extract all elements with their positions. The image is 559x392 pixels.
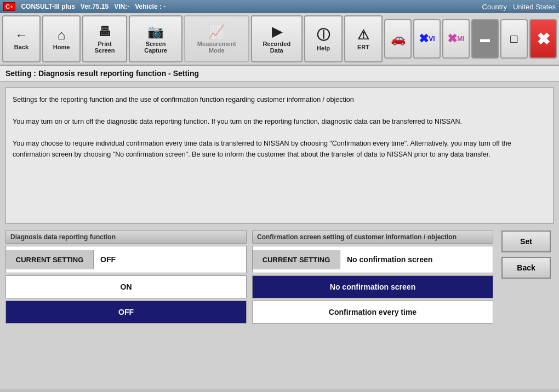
set-button[interactable]: Set <box>501 230 551 252</box>
home-icon: ⌂ <box>58 27 66 43</box>
info-line3: You may choose to require individual con… <box>13 138 546 160</box>
close-button[interactable]: ✖ <box>529 19 557 59</box>
left-settings-panel: Diagnosis data reporting function CURREN… <box>5 230 247 324</box>
left-current-label: CURRENT SETTING <box>6 250 94 269</box>
car-button[interactable]: 🚗 <box>384 19 412 59</box>
restore-icon: □ <box>510 32 517 46</box>
back-button[interactable]: ← Back <box>2 15 41 62</box>
country-display: Country : United States <box>482 3 556 11</box>
left-current-value: OFF <box>94 250 246 269</box>
measurement-mode-button[interactable]: 📈 Measurement Mode <box>184 15 249 62</box>
right-options: No confirmation screen Confirmation ever… <box>252 275 493 324</box>
help-button[interactable]: ⓘ Help <box>304 15 343 62</box>
close-icon: ✖ <box>537 30 550 49</box>
print-icon: 🖶 <box>98 24 111 39</box>
left-current-setting-row: CURRENT SETTING OFF <box>5 246 247 273</box>
confirmation-every-time-button[interactable]: Confirmation every time <box>252 301 493 324</box>
settings-area: Diagnosis data reporting function CURREN… <box>5 230 554 324</box>
settings-panels: Diagnosis data reporting function CURREN… <box>5 230 493 324</box>
minimize-icon: ▬ <box>480 33 490 45</box>
info-box: Settings for the reporting function and … <box>5 87 554 224</box>
app-logo: C+ <box>3 2 15 11</box>
off-button[interactable]: OFF <box>5 301 247 324</box>
recorded-data-button[interactable]: ▶ Recorded Data <box>251 15 303 62</box>
right-current-label: CURRENT SETTING <box>253 250 340 269</box>
info-line1: Settings for the reporting function and … <box>13 94 546 105</box>
right-panel-label: Confirmation screen setting of customer … <box>252 230 493 244</box>
screen-capture-button[interactable]: 📷 Screen Capture <box>129 15 182 62</box>
bottom-back-button[interactable]: Back <box>501 257 551 279</box>
help-icon: ⓘ <box>317 26 330 44</box>
recorded-data-icon: ▶ <box>272 24 282 39</box>
home-button[interactable]: ⌂ Home <box>42 15 81 62</box>
left-options: ON OFF <box>5 275 247 324</box>
ert-button[interactable]: ⚠ ERT <box>344 15 383 62</box>
app-name: CONSULT-III plus <box>21 3 75 10</box>
page-title: Setting : Diagnosis result reporting fun… <box>0 66 559 82</box>
warning-icon: ⚠ <box>357 27 369 43</box>
x-mi-icon: ✖ <box>447 32 457 46</box>
camera-icon: 📷 <box>147 24 164 39</box>
no-confirmation-button[interactable]: No confirmation screen <box>252 275 493 298</box>
car-icon: 🚗 <box>391 32 406 46</box>
on-button[interactable]: ON <box>5 275 247 298</box>
mi-button[interactable]: ✖ MI <box>442 19 470 59</box>
main-content: Settings for the reporting function and … <box>0 82 559 389</box>
left-panel-label: Diagnosis data reporting function <box>5 230 247 244</box>
app-version: Ver.75.15 <box>81 3 109 10</box>
back-icon: ← <box>15 27 28 43</box>
info-line2: You may turn on or turn off the diagnost… <box>13 116 546 127</box>
toolbar: ← Back ⌂ Home 🖶 Print Screen 📷 Screen Ca… <box>0 13 559 66</box>
vi-button[interactable]: ✖ VI <box>413 19 441 59</box>
print-screen-button[interactable]: 🖶 Print Screen <box>82 15 127 62</box>
right-current-setting-row: CURRENT SETTING No confirmation screen <box>252 246 493 273</box>
vin-display: VIN:- <box>114 3 129 10</box>
action-buttons: Set Back <box>499 230 554 279</box>
minimize-button[interactable]: ▬ <box>471 19 499 59</box>
restore-button[interactable]: □ <box>500 19 528 59</box>
title-bar: C+ CONSULT-III plus Ver.75.15 VIN:- Vehi… <box>0 0 559 13</box>
measurement-icon: 📈 <box>208 24 225 39</box>
right-current-value: No confirmation screen <box>340 250 493 269</box>
right-settings-panel: Confirmation screen setting of customer … <box>252 230 493 324</box>
vehicle-display: Vehicle : - <box>135 3 166 10</box>
x-vi-icon: ✖ <box>419 32 429 46</box>
